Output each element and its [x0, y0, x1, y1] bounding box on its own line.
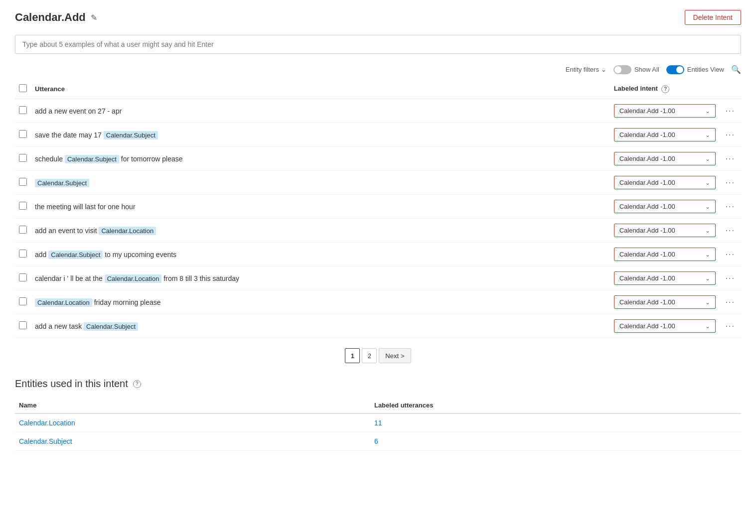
row-8-checkbox[interactable]: [19, 297, 27, 305]
row-9-check-cell: [15, 314, 31, 338]
row-6-more-options[interactable]: ···: [724, 248, 737, 261]
row-4-utterance: the meeting will last for one hour: [31, 195, 610, 219]
row-9-more-cell: ···: [720, 314, 741, 338]
row-1-intent-cell: Calendar.Add -1.00⌄: [610, 123, 720, 147]
row-1-intent-dropdown[interactable]: Calendar.Add -1.00⌄: [614, 128, 716, 141]
row-2-intent-cell: Calendar.Add -1.00⌄: [610, 147, 720, 171]
entity-tag[interactable]: Calendar.Subject: [35, 179, 89, 187]
utterance-input[interactable]: [15, 35, 741, 54]
entities-view-toggle-container: Entities View: [666, 65, 724, 74]
row-4-more-cell: ···: [720, 195, 741, 219]
row-9-checkbox[interactable]: [19, 321, 27, 329]
actions-col-header: [720, 79, 741, 99]
row-5-intent-dropdown[interactable]: Calendar.Add -1.00⌄: [614, 224, 716, 237]
select-all-checkbox[interactable]: [19, 84, 27, 92]
row-5-more-cell: ···: [720, 219, 741, 243]
row-5-checkbox[interactable]: [19, 226, 27, 234]
entities-header-row: Name Labeled utterances: [15, 398, 741, 413]
row-9-intent-cell: Calendar.Add -1.00⌄: [610, 314, 720, 338]
row-2-check-cell: [15, 147, 31, 171]
intent-label: Calendar.Add -1.00: [619, 251, 675, 258]
row-1-more-options[interactable]: ···: [724, 129, 737, 141]
row-6-intent-dropdown[interactable]: Calendar.Add -1.00⌄: [614, 248, 716, 261]
row-6-check-cell: [15, 243, 31, 266]
entities-help-icon[interactable]: ?: [133, 380, 141, 388]
entities-view-knob: [676, 66, 683, 73]
entity-filters-button[interactable]: Entity filters ⌄: [566, 66, 606, 73]
intent-label: Calendar.Add -1.00: [619, 107, 675, 115]
entity-0-link[interactable]: Calendar.Location: [19, 419, 75, 427]
row-4-checkbox[interactable]: [19, 202, 27, 210]
row-5-more-options[interactable]: ···: [724, 224, 737, 237]
entity-row: Calendar.Location11: [15, 413, 741, 432]
row-9-utterance: add a new task Calendar.Subject: [31, 314, 610, 338]
row-7-utterance: calendar i ' ll be at the Calendar.Locat…: [31, 266, 610, 290]
show-all-toggle[interactable]: [613, 65, 631, 74]
row-8-more-options[interactable]: ···: [724, 296, 737, 308]
intent-label: Calendar.Add -1.00: [619, 298, 675, 306]
entity-tag[interactable]: Calendar.Subject: [65, 155, 119, 163]
row-4-more-options[interactable]: ···: [724, 200, 737, 213]
row-7-more-options[interactable]: ···: [724, 272, 737, 284]
row-3-checkbox[interactable]: [19, 178, 27, 186]
row-6-checkbox[interactable]: [19, 250, 27, 258]
table-row: Calendar.SubjectCalendar.Add -1.00⌄···: [15, 171, 741, 195]
row-7-checkbox[interactable]: [19, 273, 27, 281]
row-3-intent-dropdown[interactable]: Calendar.Add -1.00⌄: [614, 176, 716, 189]
row-0-intent-dropdown[interactable]: Calendar.Add -1.00⌄: [614, 104, 716, 118]
row-2-more-options[interactable]: ···: [724, 152, 737, 165]
entity-tag[interactable]: Calendar.Subject: [104, 131, 158, 139]
utterance-col-header: Utterance: [31, 79, 610, 99]
row-3-more-options[interactable]: ···: [724, 176, 737, 189]
row-4-intent-cell: Calendar.Add -1.00⌄: [610, 195, 720, 219]
entity-1-link[interactable]: Calendar.Subject: [19, 437, 72, 445]
row-1-more-cell: ···: [720, 123, 741, 147]
entity-tag[interactable]: Calendar.Location: [35, 298, 92, 307]
table-row: the meeting will last for one hourCalend…: [15, 195, 741, 219]
row-1-checkbox[interactable]: [19, 130, 27, 138]
entities-view-toggle[interactable]: [666, 65, 684, 74]
row-4-intent-dropdown[interactable]: Calendar.Add -1.00⌄: [614, 200, 716, 213]
labeled-intent-help-icon[interactable]: ?: [661, 85, 669, 93]
entity-tag[interactable]: Calendar.Location: [99, 227, 156, 235]
row-9-more-options[interactable]: ···: [724, 320, 737, 332]
chevron-down-icon: ⌄: [705, 203, 710, 210]
page-title: Calendar.Add: [15, 11, 86, 24]
row-2-intent-dropdown[interactable]: Calendar.Add -1.00⌄: [614, 152, 716, 165]
header-left: Calendar.Add ✎: [15, 11, 97, 24]
row-3-more-cell: ···: [720, 171, 741, 195]
row-0-checkbox[interactable]: [19, 106, 27, 114]
entity-tag[interactable]: Calendar.Subject: [84, 322, 138, 331]
row-2-utterance: schedule Calendar.Subject for tomorrow p…: [31, 147, 610, 171]
intent-label: Calendar.Add -1.00: [619, 179, 675, 186]
entity-tag[interactable]: Calendar.Subject: [48, 251, 103, 259]
row-1-check-cell: [15, 123, 31, 147]
row-2-checkbox[interactable]: [19, 154, 27, 162]
chevron-down-icon: ⌄: [705, 108, 710, 115]
table-header-row: Utterance Labeled intent ?: [15, 79, 741, 99]
row-9-intent-dropdown[interactable]: Calendar.Add -1.00⌄: [614, 319, 716, 333]
intent-label: Calendar.Add -1.00: [619, 274, 675, 282]
intent-label: Calendar.Add -1.00: [619, 227, 675, 234]
filters-bar: Entity filters ⌄ Show All Entities View …: [15, 62, 741, 79]
entity-tag[interactable]: Calendar.Location: [105, 274, 162, 283]
row-7-check-cell: [15, 266, 31, 290]
entity-filters-label: Entity filters: [566, 66, 599, 73]
row-0-more-options[interactable]: ···: [724, 105, 737, 117]
row-8-intent-dropdown[interactable]: Calendar.Add -1.00⌄: [614, 295, 716, 309]
row-8-check-cell: [15, 290, 31, 314]
row-2-more-cell: ···: [720, 147, 741, 171]
page-2-button[interactable]: 2: [362, 348, 377, 363]
next-page-button[interactable]: Next >: [379, 348, 411, 363]
chevron-down-icon: ⌄: [705, 275, 710, 282]
page-1-button[interactable]: 1: [345, 348, 360, 363]
delete-intent-button[interactable]: Delete Intent: [685, 10, 741, 25]
row-5-check-cell: [15, 219, 31, 243]
edit-icon[interactable]: ✎: [91, 13, 97, 22]
table-row: schedule Calendar.Subject for tomorrow p…: [15, 147, 741, 171]
search-button[interactable]: 🔍: [731, 65, 741, 74]
entity-1-count: 6: [370, 432, 741, 451]
row-0-more-cell: ···: [720, 99, 741, 123]
row-7-intent-dropdown[interactable]: Calendar.Add -1.00⌄: [614, 271, 716, 285]
row-3-intent-cell: Calendar.Add -1.00⌄: [610, 171, 720, 195]
